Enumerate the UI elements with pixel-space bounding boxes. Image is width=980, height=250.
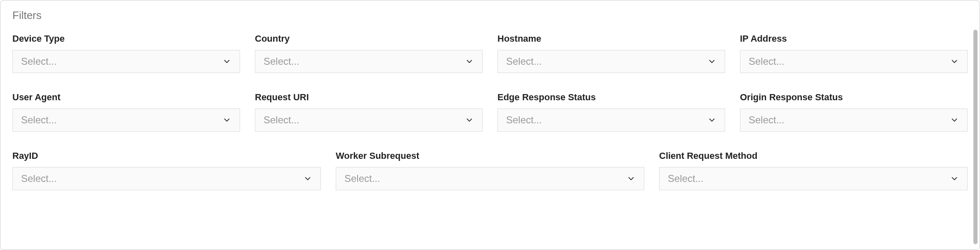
scrollbar-thumb[interactable] (973, 30, 978, 244)
select-country[interactable]: Select... (255, 50, 483, 73)
filter-row-2: User Agent Select... Request URI Select.… (12, 92, 968, 132)
filter-label-client-request-method: Client Request Method (659, 151, 968, 161)
chevron-down-icon (222, 116, 231, 125)
filter-ray-id: RayID Select... (12, 151, 321, 190)
select-client-request-method[interactable]: Select... (659, 167, 968, 190)
filter-request-uri: Request URI Select... (255, 92, 483, 132)
select-placeholder: Select... (264, 56, 299, 67)
select-device-type[interactable]: Select... (12, 50, 240, 73)
select-ip-address[interactable]: Select... (740, 50, 968, 73)
filter-worker-subrequest: Worker Subrequest Select... (336, 151, 644, 190)
filter-row-1: Device Type Select... Country Select... … (12, 33, 968, 73)
select-placeholder: Select... (506, 56, 542, 67)
chevron-down-icon (222, 57, 231, 66)
filter-device-type: Device Type Select... (12, 33, 240, 73)
filter-hostname: Hostname Select... (497, 33, 725, 73)
filter-label-ip-address: IP Address (740, 33, 968, 44)
select-placeholder: Select... (21, 114, 57, 126)
select-worker-subrequest[interactable]: Select... (336, 167, 644, 190)
filter-label-edge-response-status: Edge Response Status (497, 92, 725, 103)
chevron-down-icon (950, 174, 959, 183)
select-ray-id[interactable]: Select... (12, 167, 321, 190)
select-placeholder: Select... (668, 173, 704, 184)
filter-country: Country Select... (255, 33, 483, 73)
filter-label-device-type: Device Type (12, 33, 240, 44)
chevron-down-icon (627, 174, 636, 183)
filter-origin-response-status: Origin Response Status Select... (740, 92, 968, 132)
chevron-down-icon (950, 57, 959, 66)
select-placeholder: Select... (506, 114, 542, 126)
filter-row-3: RayID Select... Worker Subrequest Select… (12, 151, 968, 190)
chevron-down-icon (707, 116, 716, 125)
chevron-down-icon (303, 174, 312, 183)
select-origin-response-status[interactable]: Select... (740, 108, 968, 132)
filter-client-request-method: Client Request Method Select... (659, 151, 968, 190)
select-request-uri[interactable]: Select... (255, 108, 483, 132)
select-placeholder: Select... (21, 173, 57, 184)
select-placeholder: Select... (749, 114, 784, 126)
select-user-agent[interactable]: Select... (12, 108, 240, 132)
filter-label-ray-id: RayID (12, 151, 321, 161)
select-placeholder: Select... (21, 56, 57, 67)
filter-edge-response-status: Edge Response Status Select... (497, 92, 725, 132)
select-edge-response-status[interactable]: Select... (497, 108, 725, 132)
filter-label-country: Country (255, 33, 483, 44)
chevron-down-icon (465, 116, 474, 125)
filter-label-origin-response-status: Origin Response Status (740, 92, 968, 103)
chevron-down-icon (950, 116, 959, 125)
select-placeholder: Select... (344, 173, 380, 184)
filters-panel: Filters Device Type Select... Country Se… (0, 0, 980, 250)
select-placeholder: Select... (264, 114, 299, 126)
filter-label-user-agent: User Agent (12, 92, 240, 103)
filter-label-request-uri: Request URI (255, 92, 483, 103)
filter-label-hostname: Hostname (497, 33, 725, 44)
filter-user-agent: User Agent Select... (12, 92, 240, 132)
chevron-down-icon (465, 57, 474, 66)
select-placeholder: Select... (749, 56, 784, 67)
select-hostname[interactable]: Select... (497, 50, 725, 73)
filter-label-worker-subrequest: Worker Subrequest (336, 151, 644, 161)
chevron-down-icon (707, 57, 716, 66)
panel-title: Filters (12, 9, 968, 22)
filter-ip-address: IP Address Select... (740, 33, 968, 73)
